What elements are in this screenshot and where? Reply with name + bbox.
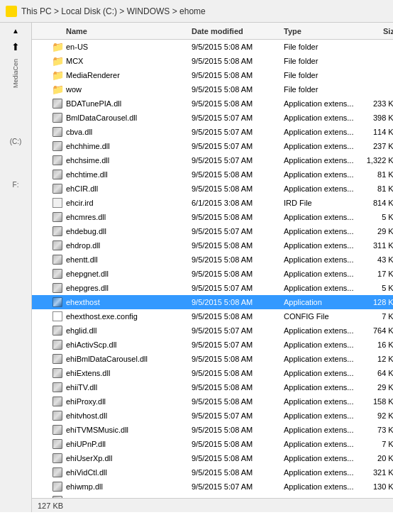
file-date: 9/5/2015 5:08 AM <box>192 355 284 363</box>
config-icon <box>52 311 63 322</box>
nav-c-drive[interactable]: (C:) <box>0 135 31 148</box>
table-row[interactable]: ehchsime.dll9/5/2015 5:07 AMApplication … <box>32 153 393 167</box>
file-name: ehchhime.dll <box>66 142 192 150</box>
file-name: BDATunePIA.dll <box>66 99 192 108</box>
table-row[interactable]: ehglid.dll9/5/2015 5:07 AMApplication ex… <box>32 323 393 338</box>
column-headers: Name Date modified Type Size <box>32 23 393 40</box>
table-row[interactable]: ehiwmp.dll9/5/2015 5:07 AMApplication ex… <box>32 480 393 494</box>
table-row[interactable]: ehcir.ird6/1/2015 3:08 AMIRD File814 KB <box>32 196 393 210</box>
table-row[interactable]: ehiUPnP.dll9/5/2015 5:08 AMApplication e… <box>32 437 393 451</box>
table-row[interactable]: ehchhime.dll9/5/2015 5:07 AMApplication … <box>32 139 393 153</box>
dll-icon <box>52 268 63 279</box>
dll-icon <box>52 396 63 407</box>
file-date: 9/5/2015 5:08 AM <box>192 241 284 250</box>
table-row[interactable]: ehCIR.dll9/5/2015 5:08 AMApplication ext… <box>32 182 393 196</box>
nav-f-drive[interactable]: F: <box>0 178 31 192</box>
file-type: Application extens... <box>284 284 362 292</box>
nav-up-item[interactable]: ⬆ <box>0 38 31 55</box>
file-name: ehiVidCtl.dll <box>66 468 192 477</box>
table-row[interactable]: 📁wow9/5/2015 5:08 AMFile folder <box>32 82 393 96</box>
dll-icon <box>52 126 63 138</box>
file-name: ehglid.dll <box>66 326 192 335</box>
file-icon-cell <box>32 169 66 180</box>
table-row[interactable]: ehiUserXp.dll9/5/2015 5:08 AMApplication… <box>32 451 393 465</box>
file-name: ehiBmlDataCarousel.dll <box>66 355 192 363</box>
table-row[interactable]: 📁MCX9/5/2015 5:08 AMFile folder <box>32 54 393 68</box>
table-row[interactable]: BmlDataCarousel.dll9/5/2015 5:07 AMAppli… <box>32 111 393 125</box>
content-area: Name Date modified Type Size 📁en-US9/5/2… <box>32 23 393 512</box>
file-name: ehepgres.dll <box>66 284 192 292</box>
file-type: File folder <box>284 71 362 79</box>
dll-icon <box>52 226 63 237</box>
table-row[interactable]: ehiVidCtl.dll9/5/2015 5:08 AMApplication… <box>32 465 393 480</box>
file-type: Application extens... <box>284 270 362 278</box>
table-row[interactable]: ehitvhost.dll9/5/2015 5:07 AMApplication… <box>32 409 393 423</box>
file-icon-cell <box>32 453 66 464</box>
table-row[interactable]: cbva.dll9/5/2015 5:07 AMApplication exte… <box>32 125 393 139</box>
file-type: Application extens... <box>284 383 362 392</box>
file-icon-cell <box>32 438 66 450</box>
table-row[interactable]: ehiBmlDataCarousel.dll9/5/2015 5:08 AMAp… <box>32 352 393 366</box>
table-row[interactable]: BDATunePIA.dll9/5/2015 5:08 AMApplicatio… <box>32 96 393 111</box>
file-date: 9/5/2015 5:08 AM <box>192 57 284 65</box>
file-icon-cell <box>32 339 66 350</box>
file-name: ehiUserXp.dll <box>66 454 192 462</box>
table-row[interactable]: 📁MediaRenderer9/5/2015 5:08 AMFile folde… <box>32 68 393 82</box>
table-row[interactable]: ehentt.dll9/5/2015 5:08 AMApplication ex… <box>32 253 393 267</box>
column-size[interactable]: Size <box>362 27 393 35</box>
table-row[interactable]: ehexthost.exe.config9/5/2015 5:08 AMCONF… <box>32 309 393 323</box>
table-row[interactable]: ehiActivScp.dll9/5/2015 5:07 AMApplicati… <box>32 338 393 352</box>
file-size: 1,322 KB <box>362 156 393 165</box>
table-row[interactable]: ehiProxy.dll9/5/2015 5:08 AMApplication … <box>32 394 393 409</box>
breadcrumb: This PC > Local Disk (C:) > WINDOWS > eh… <box>21 6 206 16</box>
dll-icon <box>52 367 63 379</box>
ird-icon <box>52 197 63 209</box>
table-row[interactable]: ehepgnet.dll9/5/2015 5:08 AMApplication … <box>32 267 393 281</box>
left-navigation: ▲ ⬆ MediaCen (C:) F: <box>0 23 32 512</box>
table-row[interactable]: ehiTVMSMusic.dll9/5/2015 5:08 AMApplicat… <box>32 423 393 437</box>
file-type: Application extens... <box>284 482 362 491</box>
table-row[interactable]: ehchtime.dll9/5/2015 5:08 AMApplication … <box>32 167 393 182</box>
c-drive-label: (C:) <box>10 138 22 145</box>
file-name: ehiTVMSMusic.dll <box>66 426 192 434</box>
file-size: 17 KB <box>362 270 393 278</box>
media-center-label: MediaCen <box>12 59 19 88</box>
table-row[interactable]: ehiExtens.dll9/5/2015 5:08 AMApplication… <box>32 366 393 380</box>
file-name: ehexthost <box>66 298 192 306</box>
table-row[interactable]: ehiiTV.dll9/5/2015 5:08 AMApplication ex… <box>32 380 393 394</box>
table-row[interactable]: ehdrop.dll9/5/2015 5:08 AMApplication ex… <box>32 238 393 253</box>
column-name[interactable]: Name <box>32 27 192 35</box>
nav-up-arrow[interactable]: ▲ <box>0 24 31 38</box>
file-icon-cell <box>32 367 66 379</box>
file-date: 9/5/2015 5:08 AM <box>192 99 284 108</box>
column-type[interactable]: Type <box>284 27 362 35</box>
file-size: 764 KB <box>362 326 393 335</box>
file-date: 9/5/2015 5:08 AM <box>192 43 284 51</box>
file-name: ehCIR.dll <box>66 184 192 193</box>
title-bar: This PC > Local Disk (C:) > WINDOWS > eh… <box>0 0 393 23</box>
file-date: 9/5/2015 5:07 AM <box>192 227 284 235</box>
file-type: Application extens... <box>284 468 362 477</box>
table-row[interactable]: 📁en-US9/5/2015 5:08 AMFile folder <box>32 40 393 54</box>
column-date[interactable]: Date modified <box>192 27 284 35</box>
file-name: ehexthost.exe.config <box>66 312 192 321</box>
file-date: 9/5/2015 5:07 AM <box>192 128 284 136</box>
table-row[interactable]: ehdebug.dll9/5/2015 5:07 AMApplication e… <box>32 224 393 238</box>
nav-media-center[interactable]: MediaCen <box>0 56 31 91</box>
file-icon-cell <box>32 112 66 123</box>
file-icon-cell <box>32 410 66 421</box>
file-name: ehiActivScp.dll <box>66 340 192 349</box>
file-date: 9/5/2015 5:08 AM <box>192 71 284 79</box>
file-size: 398 KB <box>362 113 393 122</box>
table-row[interactable]: ehcmres.dll9/5/2015 5:08 AMApplication e… <box>32 210 393 224</box>
file-icon-cell <box>32 126 66 138</box>
table-row[interactable]: ehepgres.dll9/5/2015 5:07 AMApplication … <box>32 281 393 295</box>
file-type: Application extens... <box>284 227 362 235</box>
folder-icon: 📁 <box>52 84 63 95</box>
file-date: 9/5/2015 5:08 AM <box>192 397 284 406</box>
file-date: 9/5/2015 5:08 AM <box>192 312 284 321</box>
file-icon-cell <box>32 297 66 308</box>
table-row[interactable]: ehexthost9/5/2015 5:08 AMApplication128 … <box>32 295 393 309</box>
file-size: 64 KB <box>362 369 393 377</box>
file-icon-cell <box>32 211 66 223</box>
